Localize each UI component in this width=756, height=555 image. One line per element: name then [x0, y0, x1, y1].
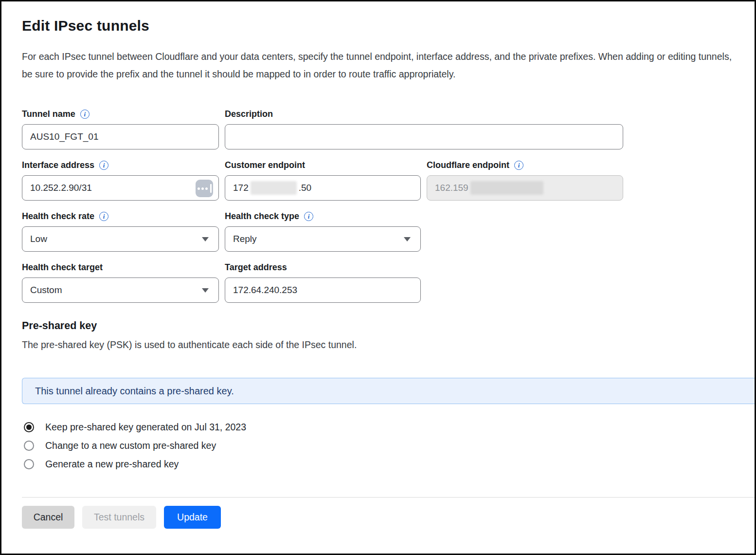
health-check-type-select[interactable]: Reply [225, 226, 421, 252]
footer-divider [22, 497, 755, 498]
info-icon[interactable]: i [99, 161, 108, 170]
chevron-down-icon [202, 237, 209, 241]
health-check-target-select[interactable]: Custom [22, 278, 219, 303]
customer-endpoint-value-prefix: 172 [233, 183, 249, 193]
description-label: Description [225, 108, 623, 120]
info-icon[interactable]: i [99, 212, 108, 221]
test-tunnels-button[interactable]: Test tunnels [82, 506, 156, 529]
health-check-rate-field-group: Health check rate i Low [22, 210, 219, 252]
health-check-rate-value: Low [30, 234, 47, 244]
interface-address-value: 10.252.2.90/31 [30, 183, 92, 193]
target-address-field-group: Target address [225, 261, 421, 303]
cloudflare-endpoint-label-text: Cloudflare endpoint [427, 160, 509, 170]
cloudflare-endpoint-label: Cloudflare endpoint i [427, 159, 623, 171]
psk-heading: Pre-shared key [22, 320, 734, 332]
health-check-target-label: Health check target [22, 261, 219, 273]
description-field-group: Description [225, 108, 623, 149]
form-row-3: Health check rate i Low Health check typ… [22, 210, 734, 252]
redaction-blur [470, 181, 543, 195]
health-check-target-field-group: Health check target Custom [22, 261, 219, 303]
intro-text: For each IPsec tunnel between Cloudflare… [22, 48, 734, 83]
chevron-down-icon [404, 237, 411, 241]
target-address-label: Target address [225, 261, 421, 273]
edit-ipsec-tunnels-panel: Edit IPsec tunnels For each IPsec tunnel… [0, 0, 756, 555]
description-input[interactable] [225, 124, 623, 149]
radio-button-selected[interactable] [24, 422, 34, 432]
autofill-dot [201, 187, 204, 190]
customer-endpoint-field-group: Customer endpoint 172 .50 [225, 159, 421, 201]
chevron-down-icon [202, 288, 209, 293]
target-address-label-text: Target address [225, 262, 287, 273]
tunnel-name-label-text: Tunnel name [22, 109, 75, 119]
interface-address-field-group: Interface address i 10.252.2.90/31 [22, 159, 219, 201]
health-check-type-label-text: Health check type [225, 211, 299, 222]
psk-options: Keep pre-shared key generated on Jul 31,… [22, 420, 734, 471]
psk-info-banner: This tunnel already contains a pre-share… [22, 378, 755, 404]
info-icon[interactable]: i [304, 212, 313, 221]
page-title: Edit IPsec tunnels [22, 18, 734, 34]
radio-keep-psk[interactable]: Keep pre-shared key generated on Jul 31,… [22, 420, 734, 434]
form-row-2: Interface address i 10.252.2.90/31 [22, 159, 734, 201]
info-icon[interactable]: i [514, 161, 523, 170]
form-row-1: Tunnel name i Description [22, 108, 734, 149]
health-check-rate-label: Health check rate i [22, 210, 219, 222]
form-row-4: Health check target Custom Target addres… [22, 261, 734, 303]
interface-address-input[interactable]: 10.252.2.90/31 [22, 175, 219, 201]
health-check-target-label-text: Health check target [22, 262, 103, 273]
psk-description: The pre-shared key (PSK) is used to auth… [22, 339, 734, 351]
tunnel-name-input[interactable] [22, 124, 219, 149]
radio-button-unselected[interactable] [24, 459, 34, 469]
update-button[interactable]: Update [164, 506, 221, 529]
interface-address-label-text: Interface address [22, 160, 94, 170]
health-check-type-value: Reply [233, 234, 257, 244]
autofill-dot [205, 187, 208, 190]
health-check-rate-label-text: Health check rate [22, 211, 94, 222]
autofill-dot [198, 187, 200, 190]
radio-generate-psk[interactable]: Generate a new pre-shared key [22, 457, 734, 471]
radio-custom-psk[interactable]: Change to a new custom pre-shared key [22, 439, 734, 452]
customer-endpoint-label: Customer endpoint [225, 159, 421, 171]
cancel-button[interactable]: Cancel [22, 506, 74, 529]
cloudflare-endpoint-field-group: Cloudflare endpoint i 162.159 [427, 159, 623, 201]
target-address-input[interactable] [225, 278, 421, 303]
radio-generate-psk-label: Generate a new pre-shared key [45, 459, 179, 470]
customer-endpoint-input[interactable]: 172 .50 [225, 175, 421, 201]
description-label-text: Description [225, 109, 273, 119]
health-check-type-label: Health check type i [225, 210, 421, 222]
tunnel-form: Tunnel name i Description Interface addr [22, 108, 734, 303]
health-check-type-field-group: Health check type i Reply [225, 210, 421, 252]
info-icon[interactable]: i [80, 110, 90, 119]
customer-endpoint-label-text: Customer endpoint [225, 160, 305, 170]
health-check-rate-select[interactable]: Low [22, 226, 219, 252]
radio-button-unselected[interactable] [24, 441, 34, 451]
footer-actions: Cancel Test tunnels Update [22, 506, 734, 529]
autofill-badge-icon[interactable] [196, 180, 213, 197]
tunnel-name-label: Tunnel name i [22, 108, 219, 120]
radio-custom-psk-label: Change to a new custom pre-shared key [45, 440, 216, 451]
autofill-cursor-bar [210, 184, 212, 193]
interface-address-label: Interface address i [22, 159, 219, 171]
customer-endpoint-value-suffix: .50 [299, 183, 311, 193]
radio-keep-psk-label: Keep pre-shared key generated on Jul 31,… [45, 422, 246, 433]
psk-banner-text: This tunnel already contains a pre-share… [35, 386, 234, 397]
cloudflare-endpoint-value-prefix: 162.159 [435, 183, 468, 193]
redaction-blur [251, 181, 297, 195]
health-check-target-value: Custom [30, 285, 62, 296]
tunnel-name-field-group: Tunnel name i [22, 108, 219, 149]
cloudflare-endpoint-input: 162.159 [427, 175, 623, 201]
